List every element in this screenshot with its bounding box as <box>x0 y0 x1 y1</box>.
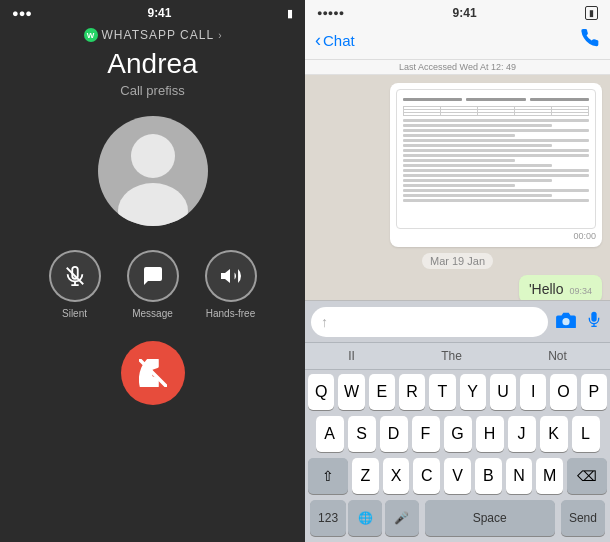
key-space[interactable]: Space <box>425 500 555 536</box>
right-status-bar: ●●●●● 9:41 ▮ <box>305 0 610 22</box>
key-x[interactable]: X <box>383 458 410 494</box>
key-y[interactable]: Y <box>460 374 486 410</box>
chat-header: ‹ Chat <box>305 22 610 60</box>
hello-message: 'Hello 09:34 <box>519 275 602 300</box>
last-accessed-text: Last Accessed Wed At 12: 49 <box>399 62 516 72</box>
key-d[interactable]: D <box>380 416 408 452</box>
left-time: 9:41 <box>147 6 171 20</box>
key-row-3: ⇧ Z X C V B N M ⌫ <box>308 458 607 494</box>
left-signal-icon: ●●● <box>12 7 32 19</box>
camera-button[interactable] <box>553 308 579 335</box>
key-row-1: Q W E R T Y U I O P <box>308 374 607 410</box>
key-z[interactable]: Z <box>352 458 379 494</box>
back-button[interactable]: ‹ Chat <box>315 30 355 51</box>
svg-point-0 <box>131 134 175 178</box>
key-n[interactable]: N <box>506 458 533 494</box>
key-m[interactable]: M <box>536 458 563 494</box>
mute-label: Silent <box>62 308 87 319</box>
mic-button[interactable] <box>584 306 604 337</box>
left-status-bar: ●●● 9:41 ▮ <box>0 0 305 22</box>
avatar-silhouette <box>98 116 208 226</box>
key-w[interactable]: W <box>338 374 364 410</box>
key-a[interactable]: A <box>316 416 344 452</box>
key-t[interactable]: T <box>429 374 455 410</box>
key-mic-bottom[interactable]: 🎤 <box>385 500 419 536</box>
call-chevron-icon: › <box>218 30 221 41</box>
back-label[interactable]: Chat <box>323 32 355 49</box>
handsfree-action[interactable]: Hands-free <box>205 250 257 319</box>
caller-avatar <box>98 116 208 226</box>
key-globe[interactable]: 🌐 <box>348 500 382 536</box>
message-button[interactable] <box>127 250 179 302</box>
mute-action[interactable]: Silent <box>49 250 101 319</box>
key-row-2: A S D F G H J K L <box>308 416 607 452</box>
message-input-area: ↑ <box>305 300 610 342</box>
key-i[interactable]: I <box>520 374 546 410</box>
svg-point-5 <box>562 318 569 325</box>
right-time: 9:41 <box>453 6 477 20</box>
key-v[interactable]: V <box>444 458 471 494</box>
handsfree-button[interactable] <box>205 250 257 302</box>
whatsapp-icon: W <box>84 28 98 42</box>
back-chevron-icon: ‹ <box>315 30 321 51</box>
svg-marker-3 <box>221 269 230 283</box>
key-send[interactable]: Send <box>561 500 605 536</box>
call-status: Call prefiss <box>120 83 184 98</box>
key-e[interactable]: E <box>369 374 395 410</box>
key-r[interactable]: R <box>399 374 425 410</box>
key-p[interactable]: P <box>581 374 607 410</box>
document-timestamp: 00:00 <box>396 231 596 241</box>
right-signal-icon: ●●●●● <box>317 8 344 18</box>
message-label: Message <box>132 308 173 319</box>
handsfree-label: Hands-free <box>206 308 255 319</box>
hello-text: 'Hello <box>529 281 564 297</box>
key-h[interactable]: H <box>476 416 504 452</box>
decline-button[interactable] <box>121 341 185 405</box>
key-backspace[interactable]: ⌫ <box>567 458 607 494</box>
key-b[interactable]: B <box>475 458 502 494</box>
key-s[interactable]: S <box>348 416 376 452</box>
keyboard-rows: Q W E R T Y U I O P A S D F G H J K L <box>305 370 610 496</box>
toolbar-item-1[interactable]: II <box>338 347 365 365</box>
hello-timestamp: 09:34 <box>569 286 592 296</box>
keyboard-toolbar: II The Not <box>305 342 610 370</box>
toolbar-item-2[interactable]: The <box>431 347 472 365</box>
key-f[interactable]: F <box>412 416 440 452</box>
right-battery-icon: ▮ <box>585 6 598 20</box>
key-l[interactable]: L <box>572 416 600 452</box>
call-type-label: WHATSAPP CALL <box>102 28 215 42</box>
chat-messages: 00:00 Mar 19 Jan 'Hello 09:34 <box>305 75 610 300</box>
svg-point-1 <box>118 183 188 226</box>
last-accessed-bar: Last Accessed Wed At 12: 49 <box>305 60 610 75</box>
phone-button[interactable] <box>580 28 600 53</box>
key-k[interactable]: K <box>540 416 568 452</box>
date-divider: Mar 19 Jan <box>422 253 493 269</box>
left-battery-icon: ▮ <box>287 7 293 20</box>
document-preview <box>396 89 596 229</box>
key-g[interactable]: G <box>444 416 472 452</box>
toolbar-item-3[interactable]: Not <box>538 347 577 365</box>
key-o[interactable]: O <box>550 374 576 410</box>
chat-screen: ●●●●● 9:41 ▮ ‹ Chat Last Accessed Wed At… <box>305 0 610 542</box>
keyboard: Q W E R T Y U I O P A S D F G H J K L <box>305 370 610 542</box>
call-actions: Silent Message Hands-free <box>49 250 257 319</box>
message-action[interactable]: Message <box>127 250 179 319</box>
call-header: W WHATSAPP CALL › <box>0 22 305 44</box>
document-message: 00:00 <box>390 83 602 247</box>
call-screen: ●●● 9:41 ▮ W WHATSAPP CALL › Andrea Call… <box>0 0 305 542</box>
key-shift[interactable]: ⇧ <box>308 458 348 494</box>
key-c[interactable]: C <box>413 458 440 494</box>
key-u[interactable]: U <box>490 374 516 410</box>
message-input[interactable] <box>332 314 538 330</box>
key-123[interactable]: 123 <box>310 500 346 536</box>
mute-button[interactable] <box>49 250 101 302</box>
key-j[interactable]: J <box>508 416 536 452</box>
caller-name: Andrea <box>107 48 197 80</box>
expand-icon: ↑ <box>321 314 328 330</box>
keyboard-bottom-bar: 123 🌐 🎤 Space Send <box>305 496 610 542</box>
text-input-wrap: ↑ <box>311 307 548 337</box>
key-q[interactable]: Q <box>308 374 334 410</box>
